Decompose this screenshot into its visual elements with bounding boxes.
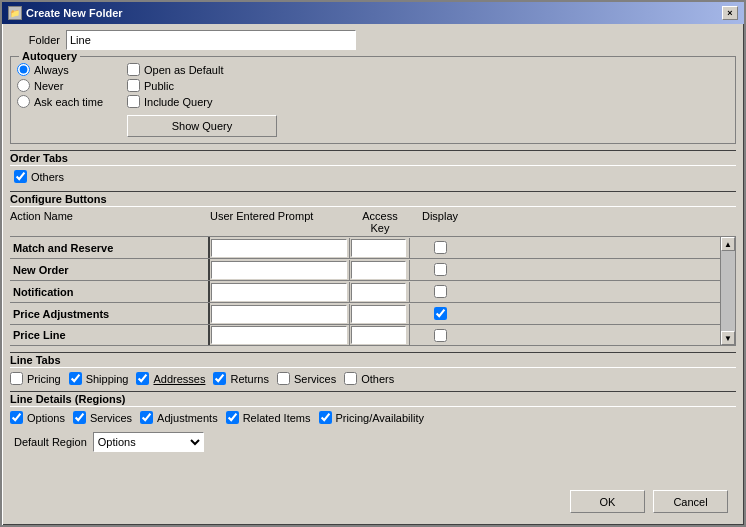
line-details-header: Line Details (Regions) — [10, 391, 736, 407]
prompt-input-price-line[interactable] — [211, 326, 347, 344]
check-addresses-label: Addresses — [153, 373, 205, 385]
autoquery-group: Autoquery Always Never Ask each time — [10, 56, 736, 144]
cancel-button[interactable]: Cancel — [653, 490, 728, 513]
radio-always[interactable]: Always — [17, 63, 117, 76]
check-pricing[interactable]: Pricing — [10, 372, 61, 385]
check-returns[interactable]: Returns — [213, 372, 269, 385]
prompt-input-price-adjustments[interactable] — [211, 305, 347, 323]
check-services-line[interactable]: Services — [277, 372, 336, 385]
check-others-order[interactable]: Others — [14, 170, 732, 183]
radio-never[interactable]: Never — [17, 79, 117, 92]
action-price-line: Price Line — [10, 325, 210, 345]
check-addresses-input[interactable] — [136, 372, 149, 385]
check-open-default-input[interactable] — [127, 63, 140, 76]
check-include-query[interactable]: Include Query — [127, 95, 277, 108]
check-options[interactable]: Options — [10, 411, 65, 424]
default-region-select[interactable]: Options Services Adjustments Related Ite… — [93, 432, 204, 452]
autoquery-radio-group: Always Never Ask each time — [17, 63, 117, 137]
config-scrollbar[interactable]: ▲ ▼ — [720, 236, 736, 346]
check-pricing-availability[interactable]: Pricing/Availability — [319, 411, 424, 424]
check-options-label: Options — [27, 412, 65, 424]
action-new-order: New Order — [10, 259, 210, 280]
title-bar-left: 📁 Create New Folder — [8, 6, 123, 20]
display-check-notification[interactable] — [434, 285, 447, 298]
prompt-input-new-order[interactable] — [211, 261, 347, 279]
order-tabs-section: Order Tabs Others — [10, 150, 736, 185]
check-adjustments-input[interactable] — [140, 411, 153, 424]
radio-ask-input[interactable] — [17, 95, 30, 108]
close-button[interactable]: × — [722, 6, 738, 20]
configure-buttons-section: Configure Buttons Action Name User Enter… — [10, 191, 736, 346]
access-new-order — [350, 260, 410, 280]
check-shipping[interactable]: Shipping — [69, 372, 129, 385]
check-pricing-availability-input[interactable] — [319, 411, 332, 424]
check-services-details-input[interactable] — [73, 411, 86, 424]
access-input-price-line[interactable] — [351, 326, 406, 344]
check-options-input[interactable] — [10, 411, 23, 424]
display-check-price-adjustments[interactable] — [434, 307, 447, 320]
order-tabs-content: Others — [10, 168, 736, 185]
access-input-match-reserve[interactable] — [351, 239, 406, 257]
check-others-line-input[interactable] — [344, 372, 357, 385]
title-bar: 📁 Create New Folder × — [2, 2, 744, 24]
ok-button[interactable]: OK — [570, 490, 645, 513]
check-open-default[interactable]: Open as Default — [127, 63, 277, 76]
col-headers: Action Name User Entered Prompt AccessKe… — [10, 209, 736, 235]
check-services-details-label: Services — [90, 412, 132, 424]
scroll-track — [721, 251, 735, 331]
check-open-default-label: Open as Default — [144, 64, 224, 76]
scroll-down-button[interactable]: ▼ — [721, 331, 735, 345]
config-rows: Match and Reserve New Order — [10, 236, 720, 346]
check-others-line-label: Others — [361, 373, 394, 385]
display-check-price-line[interactable] — [434, 329, 447, 342]
check-adjustments[interactable]: Adjustments — [140, 411, 218, 424]
radio-ask[interactable]: Ask each time — [17, 95, 117, 108]
display-check-match-reserve[interactable] — [434, 241, 447, 254]
line-details-row: Options Services Adjustments Related Ite… — [10, 409, 736, 426]
check-include-query-label: Include Query — [144, 96, 212, 108]
line-tabs-row: Pricing Shipping Addresses Returns Servi… — [10, 370, 736, 387]
folder-input[interactable] — [66, 30, 356, 50]
radio-ask-label: Ask each time — [34, 96, 103, 108]
radio-always-label: Always — [34, 64, 69, 76]
check-others-line[interactable]: Others — [344, 372, 394, 385]
check-public-label: Public — [144, 80, 174, 92]
dialog-title: Create New Folder — [26, 7, 123, 19]
check-public[interactable]: Public — [127, 79, 277, 92]
folder-row: Folder — [10, 30, 736, 50]
access-input-price-adjustments[interactable] — [351, 305, 406, 323]
check-services-line-label: Services — [294, 373, 336, 385]
show-query-button[interactable]: Show Query — [127, 115, 277, 137]
check-pricing-input[interactable] — [10, 372, 23, 385]
dialog-body: Folder Autoquery Always Never — [2, 24, 744, 462]
autoquery-title: Autoquery — [19, 50, 80, 62]
check-services-line-input[interactable] — [277, 372, 290, 385]
display-check-new-order[interactable] — [434, 263, 447, 276]
radio-always-input[interactable] — [17, 63, 30, 76]
folder-label: Folder — [10, 34, 60, 46]
check-shipping-input[interactable] — [69, 372, 82, 385]
radio-never-input[interactable] — [17, 79, 30, 92]
check-include-query-input[interactable] — [127, 95, 140, 108]
check-addresses[interactable]: Addresses — [136, 372, 205, 385]
check-related-items[interactable]: Related Items — [226, 411, 311, 424]
access-input-notification[interactable] — [351, 283, 406, 301]
action-price-adjustments: Price Adjustments — [10, 303, 210, 324]
access-input-new-order[interactable] — [351, 261, 406, 279]
bottom-buttons: OK Cancel — [562, 486, 736, 517]
scroll-up-button[interactable]: ▲ — [721, 237, 735, 251]
check-returns-label: Returns — [230, 373, 269, 385]
check-returns-input[interactable] — [213, 372, 226, 385]
prompt-price-line — [210, 325, 350, 345]
check-others-order-input[interactable] — [14, 170, 27, 183]
prompt-price-adjustments — [210, 304, 350, 324]
check-pricing-availability-label: Pricing/Availability — [336, 412, 424, 424]
prompt-input-notification[interactable] — [211, 283, 347, 301]
check-public-input[interactable] — [127, 79, 140, 92]
check-related-items-input[interactable] — [226, 411, 239, 424]
prompt-input-match-reserve[interactable] — [211, 239, 347, 257]
col-prompt-header: User Entered Prompt — [210, 210, 350, 234]
config-table-wrapper: Match and Reserve New Order — [10, 236, 736, 346]
prompt-match-reserve — [210, 238, 350, 258]
check-services-details[interactable]: Services — [73, 411, 132, 424]
